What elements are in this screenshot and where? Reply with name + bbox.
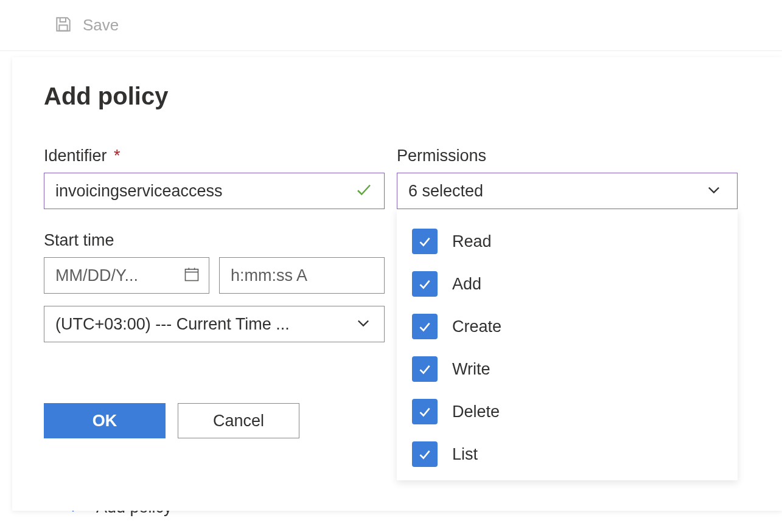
- checkmark-icon: [355, 181, 373, 201]
- permission-label: Write: [452, 360, 490, 379]
- checkbox-checked-icon: [412, 356, 438, 382]
- plus-icon: [65, 497, 82, 517]
- permission-option-create[interactable]: Create: [397, 305, 738, 348]
- identifier-input[interactable]: [55, 182, 355, 201]
- starttime-group: Start time MM/DD/Y...: [44, 231, 385, 342]
- permission-label: Add: [452, 275, 481, 294]
- permission-label: Create: [452, 317, 501, 336]
- permissions-summary: 6 selected: [408, 182, 483, 201]
- permissions-dropdown: Read Add Create: [397, 209, 738, 480]
- timezone-text: (UTC+03:00) --- Current Time ...: [55, 315, 290, 334]
- permission-label: Read: [452, 232, 492, 251]
- checkbox-checked-icon: [412, 314, 438, 339]
- checkbox-checked-icon: [412, 441, 438, 467]
- add-policy-panel: Add policy Identifier *: [12, 57, 782, 511]
- chevron-down-icon: [355, 314, 372, 334]
- add-policy-bg-text: Add policy: [96, 498, 172, 517]
- chevron-down-icon: [705, 181, 722, 201]
- button-row: OK Cancel: [44, 403, 385, 438]
- time-input[interactable]: [231, 266, 373, 285]
- ok-button[interactable]: OK: [44, 403, 166, 438]
- permission-option-read[interactable]: Read: [397, 220, 738, 263]
- cancel-button[interactable]: Cancel: [178, 403, 299, 438]
- identifier-group: Identifier *: [44, 147, 385, 209]
- save-icon: [54, 15, 73, 36]
- add-policy-background-row: Add policy: [65, 497, 172, 517]
- permissions-select[interactable]: 6 selected: [397, 173, 738, 209]
- timezone-select[interactable]: (UTC+03:00) --- Current Time ...: [44, 306, 385, 342]
- permission-option-delete[interactable]: Delete: [397, 390, 738, 433]
- required-indicator: *: [114, 147, 120, 165]
- permissions-group: Permissions 6 selected Read: [397, 147, 738, 480]
- identifier-label: Identifier *: [44, 147, 385, 165]
- time-input-wrap[interactable]: [219, 257, 385, 294]
- svg-rect-0: [59, 25, 67, 30]
- checkbox-checked-icon: [412, 271, 438, 297]
- permission-option-add[interactable]: Add: [397, 263, 738, 305]
- permission-option-write[interactable]: Write: [397, 348, 738, 390]
- permission-option-list[interactable]: List: [397, 433, 738, 475]
- date-input-wrap[interactable]: MM/DD/Y...: [44, 257, 209, 294]
- svg-rect-1: [186, 269, 198, 281]
- checkbox-checked-icon: [412, 399, 438, 424]
- checkbox-checked-icon: [412, 229, 438, 254]
- panel-title: Add policy: [44, 83, 750, 110]
- toolbar: Save: [0, 0, 782, 51]
- identifier-input-wrap: [44, 173, 385, 209]
- save-label: Save: [83, 16, 119, 35]
- permission-label: List: [452, 445, 478, 464]
- save-button[interactable]: Save: [54, 15, 119, 36]
- calendar-icon: [183, 266, 200, 285]
- permissions-label: Permissions: [397, 147, 738, 165]
- date-placeholder: MM/DD/Y...: [55, 266, 178, 285]
- identifier-label-text: Identifier: [44, 147, 107, 165]
- permission-label: Delete: [452, 402, 500, 421]
- starttime-label: Start time: [44, 231, 385, 250]
